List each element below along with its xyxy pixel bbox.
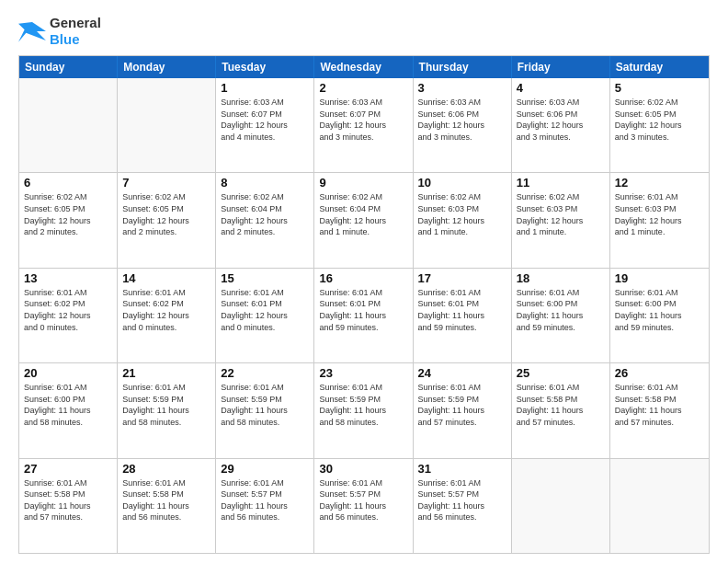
- cell-info: Sunrise: 6:01 AM Sunset: 5:58 PM Dayligh…: [615, 382, 704, 428]
- day-number: 19: [615, 271, 704, 285]
- header-day-wednesday: Wednesday: [314, 56, 413, 78]
- day-number: 30: [319, 462, 407, 476]
- cell-info: Sunrise: 6:01 AM Sunset: 5:59 PM Dayligh…: [319, 382, 407, 428]
- cell-info: Sunrise: 6:01 AM Sunset: 5:57 PM Dayligh…: [319, 477, 407, 523]
- cal-cell: 5Sunrise: 6:02 AM Sunset: 6:05 PM Daylig…: [610, 78, 709, 172]
- week-row-2: 13Sunrise: 6:01 AM Sunset: 6:02 PM Dayli…: [19, 269, 709, 363]
- cell-info: Sunrise: 6:01 AM Sunset: 6:00 PM Dayligh…: [24, 382, 112, 428]
- day-number: 2: [319, 81, 407, 95]
- cal-cell: 10Sunrise: 6:02 AM Sunset: 6:03 PM Dayli…: [414, 173, 512, 267]
- cell-info: Sunrise: 6:01 AM Sunset: 6:01 PM Dayligh…: [221, 287, 309, 333]
- calendar-header: SundayMondayTuesdayWednesdayThursdayFrid…: [19, 56, 709, 78]
- day-number: 11: [517, 176, 605, 190]
- cal-cell: 31Sunrise: 6:01 AM Sunset: 5:57 PM Dayli…: [414, 459, 512, 553]
- day-number: 31: [418, 462, 506, 476]
- cal-cell: 16Sunrise: 6:01 AM Sunset: 6:01 PM Dayli…: [314, 269, 413, 362]
- cell-info: Sunrise: 6:03 AM Sunset: 6:07 PM Dayligh…: [319, 97, 407, 143]
- header-day-tuesday: Tuesday: [216, 56, 314, 78]
- day-number: 14: [122, 271, 210, 285]
- cell-info: Sunrise: 6:01 AM Sunset: 6:03 PM Dayligh…: [615, 191, 704, 237]
- cal-cell: 18Sunrise: 6:01 AM Sunset: 6:00 PM Dayli…: [512, 269, 610, 362]
- header-day-thursday: Thursday: [414, 56, 512, 78]
- day-number: 5: [615, 81, 704, 95]
- cell-info: Sunrise: 6:03 AM Sunset: 6:07 PM Dayligh…: [221, 97, 309, 143]
- cal-cell: [512, 459, 610, 553]
- cal-cell: 1Sunrise: 6:03 AM Sunset: 6:07 PM Daylig…: [216, 78, 314, 172]
- cell-info: Sunrise: 6:01 AM Sunset: 6:02 PM Dayligh…: [24, 287, 112, 333]
- cell-info: Sunrise: 6:02 AM Sunset: 6:05 PM Dayligh…: [24, 191, 112, 237]
- cal-cell: 8Sunrise: 6:02 AM Sunset: 6:04 PM Daylig…: [216, 173, 314, 267]
- day-number: 8: [221, 176, 309, 190]
- day-number: 26: [615, 366, 704, 380]
- cal-cell: 29Sunrise: 6:01 AM Sunset: 5:57 PM Dayli…: [216, 459, 314, 553]
- header: General Blue: [18, 15, 710, 48]
- week-row-0: 1Sunrise: 6:03 AM Sunset: 6:07 PM Daylig…: [19, 78, 709, 173]
- cal-cell: 7Sunrise: 6:02 AM Sunset: 6:05 PM Daylig…: [118, 173, 216, 267]
- logo-icon: [18, 20, 46, 42]
- day-number: 23: [319, 366, 407, 380]
- day-number: 16: [319, 271, 407, 285]
- cal-cell: [19, 78, 118, 172]
- cal-cell: 13Sunrise: 6:01 AM Sunset: 6:02 PM Dayli…: [19, 269, 118, 362]
- header-day-monday: Monday: [118, 56, 216, 78]
- cal-cell: 6Sunrise: 6:02 AM Sunset: 6:05 PM Daylig…: [19, 173, 118, 267]
- cell-info: Sunrise: 6:01 AM Sunset: 5:58 PM Dayligh…: [517, 382, 605, 428]
- cell-info: Sunrise: 6:01 AM Sunset: 5:58 PM Dayligh…: [24, 477, 112, 523]
- cal-cell: 24Sunrise: 6:01 AM Sunset: 5:59 PM Dayli…: [414, 363, 512, 457]
- day-number: 9: [319, 176, 407, 190]
- header-day-friday: Friday: [512, 56, 610, 78]
- cal-cell: 25Sunrise: 6:01 AM Sunset: 5:58 PM Dayli…: [512, 363, 610, 457]
- cal-cell: 12Sunrise: 6:01 AM Sunset: 6:03 PM Dayli…: [610, 173, 709, 267]
- day-number: 24: [418, 366, 506, 380]
- cell-info: Sunrise: 6:01 AM Sunset: 5:57 PM Dayligh…: [418, 477, 506, 523]
- cell-info: Sunrise: 6:01 AM Sunset: 6:02 PM Dayligh…: [122, 287, 210, 333]
- cell-info: Sunrise: 6:01 AM Sunset: 5:58 PM Dayligh…: [122, 477, 210, 523]
- week-row-1: 6Sunrise: 6:02 AM Sunset: 6:05 PM Daylig…: [19, 173, 709, 268]
- cal-cell: 27Sunrise: 6:01 AM Sunset: 5:58 PM Dayli…: [19, 459, 118, 553]
- day-number: 15: [221, 271, 309, 285]
- cell-info: Sunrise: 6:01 AM Sunset: 6:01 PM Dayligh…: [418, 287, 506, 333]
- cell-info: Sunrise: 6:02 AM Sunset: 6:04 PM Dayligh…: [221, 191, 309, 237]
- cal-cell: 17Sunrise: 6:01 AM Sunset: 6:01 PM Dayli…: [414, 269, 512, 362]
- day-number: 7: [122, 176, 210, 190]
- logo-text: General Blue: [50, 15, 101, 48]
- cal-cell: 26Sunrise: 6:01 AM Sunset: 5:58 PM Dayli…: [610, 363, 709, 457]
- day-number: 20: [24, 366, 112, 380]
- day-number: 25: [517, 366, 605, 380]
- cell-info: Sunrise: 6:03 AM Sunset: 6:06 PM Dayligh…: [418, 97, 506, 143]
- cal-cell: 9Sunrise: 6:02 AM Sunset: 6:04 PM Daylig…: [314, 173, 413, 267]
- day-number: 12: [615, 176, 704, 190]
- cal-cell: 21Sunrise: 6:01 AM Sunset: 5:59 PM Dayli…: [118, 363, 216, 457]
- calendar-body: 1Sunrise: 6:03 AM Sunset: 6:07 PM Daylig…: [19, 78, 709, 553]
- cell-info: Sunrise: 6:01 AM Sunset: 6:00 PM Dayligh…: [615, 287, 704, 333]
- cal-cell: 14Sunrise: 6:01 AM Sunset: 6:02 PM Dayli…: [118, 269, 216, 362]
- cal-cell: 30Sunrise: 6:01 AM Sunset: 5:57 PM Dayli…: [314, 459, 413, 553]
- header-day-sunday: Sunday: [19, 56, 118, 78]
- cal-cell: 20Sunrise: 6:01 AM Sunset: 6:00 PM Dayli…: [19, 363, 118, 457]
- cell-info: Sunrise: 6:02 AM Sunset: 6:03 PM Dayligh…: [418, 191, 506, 237]
- cal-cell: [118, 78, 216, 172]
- day-number: 28: [122, 462, 210, 476]
- day-number: 13: [24, 271, 112, 285]
- cell-info: Sunrise: 6:01 AM Sunset: 5:59 PM Dayligh…: [122, 382, 210, 428]
- cal-cell: 3Sunrise: 6:03 AM Sunset: 6:06 PM Daylig…: [414, 78, 512, 172]
- cell-info: Sunrise: 6:01 AM Sunset: 6:01 PM Dayligh…: [319, 287, 407, 333]
- day-number: 21: [122, 366, 210, 380]
- cell-info: Sunrise: 6:03 AM Sunset: 6:06 PM Dayligh…: [517, 97, 605, 143]
- cal-cell: 4Sunrise: 6:03 AM Sunset: 6:06 PM Daylig…: [512, 78, 610, 172]
- cell-info: Sunrise: 6:02 AM Sunset: 6:05 PM Dayligh…: [122, 191, 210, 237]
- cell-info: Sunrise: 6:02 AM Sunset: 6:05 PM Dayligh…: [615, 97, 704, 143]
- cal-cell: 19Sunrise: 6:01 AM Sunset: 6:00 PM Dayli…: [610, 269, 709, 362]
- cal-cell: 23Sunrise: 6:01 AM Sunset: 5:59 PM Dayli…: [314, 363, 413, 457]
- cal-cell: 11Sunrise: 6:02 AM Sunset: 6:03 PM Dayli…: [512, 173, 610, 267]
- calendar: SundayMondayTuesdayWednesdayThursdayFrid…: [18, 55, 710, 554]
- week-row-3: 20Sunrise: 6:01 AM Sunset: 6:00 PM Dayli…: [19, 363, 709, 458]
- page: General Blue SundayMondayTuesdayWednesda…: [0, 0, 728, 563]
- cell-info: Sunrise: 6:01 AM Sunset: 5:57 PM Dayligh…: [221, 477, 309, 523]
- cal-cell: 28Sunrise: 6:01 AM Sunset: 5:58 PM Dayli…: [118, 459, 216, 553]
- week-row-4: 27Sunrise: 6:01 AM Sunset: 5:58 PM Dayli…: [19, 459, 709, 553]
- day-number: 17: [418, 271, 506, 285]
- day-number: 29: [221, 462, 309, 476]
- day-number: 4: [517, 81, 605, 95]
- cal-cell: 22Sunrise: 6:01 AM Sunset: 5:59 PM Dayli…: [216, 363, 314, 457]
